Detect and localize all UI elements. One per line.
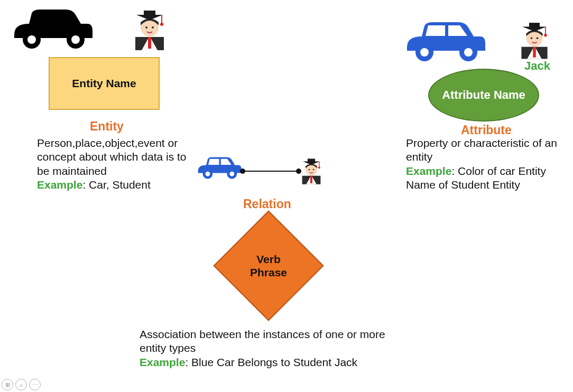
svg-point-15 <box>420 48 429 57</box>
svg-rect-23 <box>529 23 540 27</box>
svg-point-40 <box>309 169 310 171</box>
svg-point-17 <box>464 48 473 57</box>
svg-rect-6 <box>148 37 151 49</box>
svg-point-12 <box>145 26 147 29</box>
relation-connector-dot <box>240 169 245 174</box>
entity-title: Entity <box>90 119 124 134</box>
car-icon <box>195 153 244 185</box>
attribute-name-tag: Jack <box>524 59 550 73</box>
attribute-ellipse-label: Attribute Name <box>442 88 525 102</box>
svg-point-25 <box>544 34 547 36</box>
svg-point-11 <box>160 23 163 26</box>
svg-rect-37 <box>308 158 315 162</box>
zoom-icon[interactable]: ⌕ <box>15 379 27 390</box>
svg-point-26 <box>531 37 533 39</box>
svg-point-1 <box>27 35 36 44</box>
relation-title: Relation <box>243 197 291 211</box>
student-icon <box>126 5 173 55</box>
student-icon <box>513 18 556 63</box>
svg-rect-20 <box>533 47 535 58</box>
car-icon <box>401 18 491 68</box>
svg-point-31 <box>229 172 234 176</box>
entity-description: Person,place,object,event or concept abo… <box>37 136 190 192</box>
svg-rect-9 <box>144 11 155 16</box>
attribute-shape-ellipse: Attribute Name <box>428 69 539 122</box>
attribute-description: Property or characteristic of an entity … <box>406 136 562 192</box>
viewer-controls: ⊞ ⌕ ⋯ <box>2 379 41 390</box>
student-icon <box>296 155 327 188</box>
more-icon[interactable]: ⋯ <box>29 379 41 390</box>
svg-point-13 <box>152 26 154 29</box>
grip-icon[interactable]: ⊞ <box>2 379 13 390</box>
svg-point-41 <box>313 169 315 171</box>
attribute-title: Attribute <box>461 123 512 137</box>
svg-rect-34 <box>310 176 312 183</box>
svg-point-29 <box>205 172 210 176</box>
relation-description: Association between the instances of one… <box>140 328 393 369</box>
svg-point-3 <box>71 35 80 44</box>
relation-connector-line <box>243 171 298 172</box>
svg-point-39 <box>318 166 320 169</box>
svg-point-27 <box>537 37 539 39</box>
relation-diamond-label: Verb Phrase <box>237 253 300 279</box>
car-icon <box>8 5 98 55</box>
entity-shape-box: Entity Name <box>49 57 160 110</box>
entity-box-label: Entity Name <box>72 77 136 90</box>
relation-shape-diamond: Verb Phrase <box>210 216 327 316</box>
